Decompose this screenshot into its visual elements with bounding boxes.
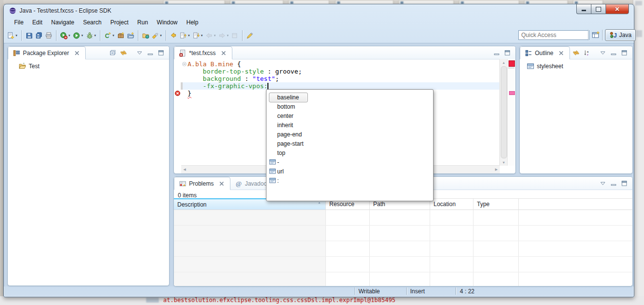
debug-dropdown[interactable]: ▾ [94, 34, 97, 38]
menu-search[interactable]: Search [78, 18, 106, 27]
collapse-region-icon[interactable] [182, 61, 187, 67]
open-type-button[interactable] [141, 30, 151, 41]
new-java-package-button[interactable] [116, 30, 126, 41]
run-button[interactable]: ▾ [72, 30, 85, 41]
pin-editor-button[interactable] [230, 30, 240, 41]
maximize-view-icon[interactable] [621, 180, 628, 187]
run-dropdown[interactable]: ▾ [81, 34, 84, 38]
code-line-4[interactable]: -fx-graphic-vpos: [174, 82, 500, 90]
search-button[interactable]: ▾ [151, 30, 164, 41]
tab-problems[interactable]: Problems [174, 177, 230, 190]
column-header-location[interactable]: Location [430, 199, 474, 210]
editor-vertical-scrollbar[interactable]: ▲ ▼ [499, 59, 508, 166]
window-close-button[interactable]: ✕ [606, 4, 629, 14]
assist-item-8[interactable]: url [266, 167, 433, 176]
forward-dropdown[interactable]: ▾ [227, 34, 229, 38]
code-text: border-top-style : groove; [188, 68, 302, 75]
forward-button[interactable]: ▾ [217, 30, 230, 41]
new-wizard-dropdown[interactable]: ▾ [15, 34, 18, 38]
close-icon[interactable] [218, 180, 226, 188]
minimize-view-icon[interactable] [493, 49, 500, 57]
column-header-type[interactable]: Type [474, 199, 519, 210]
mark-occurrences-button[interactable] [245, 30, 255, 41]
table-cell [370, 210, 430, 225]
maximize-view-icon[interactable] [504, 49, 511, 57]
tab-outline[interactable]: Outline [520, 46, 570, 59]
menu-window[interactable]: Window [152, 18, 182, 27]
save-button[interactable] [24, 30, 34, 41]
new-java-class-dropdown[interactable]: ▾ [112, 34, 115, 38]
outline-item-stylesheet[interactable]: stylesheet [520, 59, 632, 70]
previous-annotation-dropdown[interactable]: ▾ [188, 34, 190, 38]
window-maximize-button[interactable] [591, 4, 606, 14]
template-icon [269, 158, 276, 166]
close-icon[interactable] [220, 49, 227, 57]
debug-icon [86, 32, 94, 39]
title-bar[interactable]: Java - Test/test.fxcss - Eclipse SDK ✕ [4, 4, 634, 17]
view-menu-icon[interactable] [599, 49, 606, 57]
table-row [174, 257, 632, 272]
maximize-view-icon[interactable] [621, 49, 628, 57]
save-all-button[interactable] [34, 30, 44, 41]
assist-item-5[interactable]: page-start [266, 139, 433, 148]
menu-run[interactable]: Run [133, 18, 152, 27]
code-line-1[interactable]: A.bla B.mine { [174, 60, 500, 68]
assist-item-7[interactable]: - [266, 157, 433, 167]
last-edit-location-button[interactable] [169, 30, 178, 41]
table-cell [430, 257, 474, 272]
minimize-view-icon[interactable] [610, 180, 617, 187]
tab-test-fxcss[interactable]: *test.fxcss [174, 46, 232, 59]
code-line-2[interactable]: border-top-style : groove; [174, 68, 500, 75]
menu-help[interactable]: Help [182, 18, 203, 27]
print-button[interactable] [44, 30, 54, 41]
link-editor-icon[interactable] [572, 49, 580, 57]
search-dropdown[interactable]: ▾ [160, 34, 163, 38]
previous-annotation-button[interactable]: ▾ [178, 30, 191, 41]
occurrence-overview-marker[interactable] [509, 91, 515, 95]
project-item-test[interactable]: Test [8, 59, 169, 70]
link-editor-icon[interactable] [120, 49, 127, 57]
tab-package-explorer[interactable]: Package Explorer [8, 46, 86, 59]
assist-item-1[interactable]: bottom [266, 102, 433, 111]
assist-item-9[interactable]: : [266, 176, 433, 185]
minimize-view-icon[interactable] [610, 49, 617, 57]
assist-item-0[interactable]: baseline [266, 93, 433, 102]
new-java-class-button[interactable]: C▾ [103, 30, 116, 41]
next-annotation-dropdown[interactable]: ▾ [201, 34, 204, 38]
back-button[interactable]: ▾ [204, 30, 217, 41]
back-dropdown[interactable]: ▾ [213, 34, 216, 38]
overview-ruler[interactable] [507, 59, 515, 166]
collapse-all-icon[interactable] [109, 49, 116, 57]
menu-file[interactable]: File [10, 18, 28, 27]
debug-button[interactable]: ▾ [85, 30, 98, 41]
sort-icon[interactable]: az [583, 49, 590, 57]
tab-javadoc[interactable]: @ Javadoc [230, 177, 271, 190]
column-label: Type [477, 201, 490, 208]
view-menu-icon[interactable] [136, 49, 143, 57]
window-minimize-button[interactable] [576, 4, 591, 14]
assist-item-6[interactable]: top [266, 148, 433, 157]
minimize-view-icon[interactable] [147, 49, 154, 57]
quick-access-input[interactable] [518, 30, 589, 40]
view-menu-icon[interactable] [599, 180, 606, 187]
next-annotation-button[interactable]: ▾ [191, 30, 205, 41]
close-icon[interactable] [73, 49, 81, 57]
assist-item-4[interactable]: page-end [266, 130, 433, 139]
background-window-right [633, 0, 644, 305]
error-overview-marker[interactable] [509, 60, 515, 67]
assist-item-3[interactable]: inherit [266, 120, 433, 130]
code-line-3[interactable]: background : "test"; [174, 75, 500, 82]
menu-project[interactable]: Project [106, 18, 133, 27]
menu-edit[interactable]: Edit [28, 18, 47, 27]
assist-item-2[interactable]: center [266, 111, 433, 120]
new-wizard-button[interactable]: ▾ [6, 30, 19, 41]
new-java-project-button[interactable] [126, 30, 135, 41]
open-perspective-button[interactable] [591, 31, 600, 39]
java-perspective-button[interactable]: J Java [605, 29, 636, 41]
column-label: Path [373, 201, 385, 208]
maximize-view-icon[interactable] [157, 49, 165, 57]
close-icon[interactable] [557, 49, 565, 57]
run-external-dropdown[interactable]: ▾ [68, 34, 71, 38]
run-external-button[interactable]: ▾ [59, 30, 72, 41]
menu-navigate[interactable]: Navigate [47, 18, 78, 27]
